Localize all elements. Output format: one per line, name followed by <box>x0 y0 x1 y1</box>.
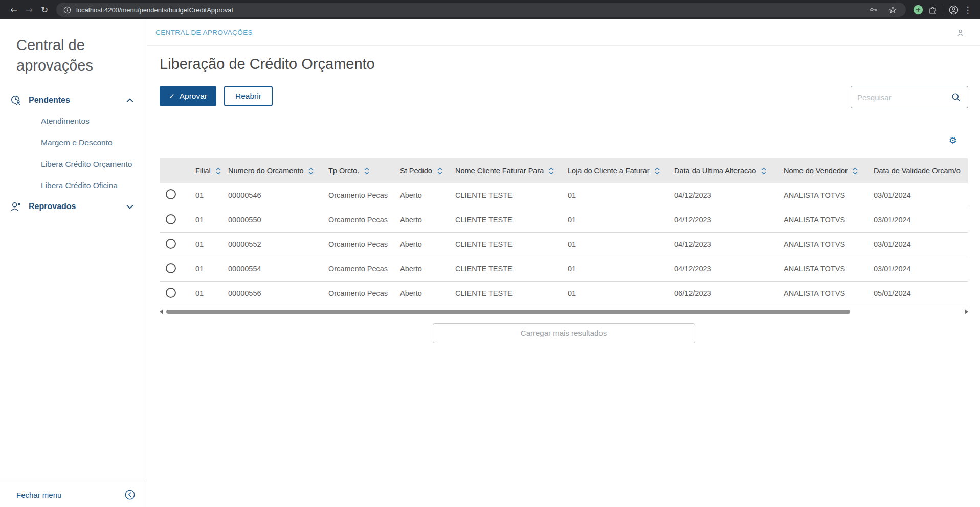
sidebar-subitem-libera-credito-orcamento[interactable]: Libera Crédito Orçamento <box>0 153 147 175</box>
back-icon[interactable]: ← <box>6 5 21 15</box>
sort-icon[interactable] <box>308 167 314 175</box>
scrollbar-thumb[interactable] <box>166 310 850 314</box>
column-header[interactable]: Loja do Cliente a Faturar <box>562 158 668 183</box>
forward-icon[interactable]: → <box>21 5 37 15</box>
table-cell: ANALISTA TOTVS <box>777 257 867 281</box>
table-cell: CLIENTE TESTE <box>449 208 562 232</box>
table-cell: 01 <box>562 183 668 208</box>
table-cell: ANALISTA TOTVS <box>777 281 867 306</box>
table-cell: 00000556 <box>222 281 322 306</box>
sidebar-subitem-libera-credito-oficina[interactable]: Libera Crédito Oficina <box>0 175 147 196</box>
table-cell: ANALISTA TOTVS <box>777 208 867 232</box>
sort-icon[interactable] <box>761 167 766 175</box>
browser-menu-icon[interactable]: ⋮ <box>961 3 975 17</box>
table-row[interactable]: 0100000556Orcamento PecasAbertoCLIENTE T… <box>160 281 968 306</box>
scroll-right-icon[interactable] <box>965 309 968 314</box>
new-extension-plus-icon[interactable] <box>911 3 925 17</box>
table-cell: 04/12/2023 <box>668 232 777 257</box>
sidebar-item-reprovados[interactable]: Reprovados <box>0 196 147 217</box>
scroll-left-icon[interactable] <box>160 309 163 314</box>
column-header[interactable]: Tp Orcto. <box>322 158 394 183</box>
table-cell: Aberto <box>394 183 449 208</box>
table-row[interactable]: 0100000552Orcamento PecasAbertoCLIENTE T… <box>160 232 968 257</box>
sort-icon[interactable] <box>853 167 858 175</box>
password-key-icon[interactable] <box>866 3 881 17</box>
page-title: Liberação de Crédito Orçamento <box>160 54 968 74</box>
chevron-left-circle-icon <box>124 489 136 500</box>
main-header: CENTRAL DE APROVAÇÕES <box>147 19 980 46</box>
table-cell: 03/01/2024 <box>867 257 968 281</box>
column-header-label: Numero do Orcamento <box>228 167 303 175</box>
user-icon[interactable] <box>956 28 965 37</box>
reopen-button[interactable]: Reabrir <box>224 86 273 106</box>
search-box <box>851 86 968 108</box>
load-more-button[interactable]: Carregar mais resultados <box>433 323 695 343</box>
sidebar-subitem-atendimentos[interactable]: Atendimentos <box>0 110 147 132</box>
column-header[interactable]: Filial <box>189 158 222 183</box>
column-header-label: St Pedido <box>400 167 432 175</box>
table-cell: 04/12/2023 <box>668 183 777 208</box>
gear-icon[interactable]: ⚙ <box>949 136 957 145</box>
search-input[interactable] <box>857 93 951 102</box>
column-header[interactable]: Data de Validade Orcam/o <box>867 158 968 183</box>
table-cell: Orcamento Pecas <box>322 257 394 281</box>
collapse-menu-label: Fechar menu <box>16 491 61 499</box>
approve-button-label: Aprovar <box>180 91 207 101</box>
column-header[interactable]: Nome do Vendedor <box>777 158 867 183</box>
bookmark-star-icon[interactable] <box>885 3 900 17</box>
sort-icon[interactable] <box>549 167 554 175</box>
search-icon[interactable] <box>951 92 962 103</box>
column-header[interactable]: Numero do Orcamento <box>222 158 322 183</box>
table-row[interactable]: 0100000546Orcamento PecasAbertoCLIENTE T… <box>160 183 968 208</box>
row-select-radio[interactable] <box>166 239 176 249</box>
table-cell: 00000552 <box>222 232 322 257</box>
address-bar[interactable]: localhost:4200/menu/pendents/budgetCredi… <box>56 3 906 17</box>
sidebar-title: Central de aprovações <box>0 19 147 79</box>
reload-icon[interactable]: ↻ <box>37 5 52 15</box>
sidebar: Central de aprovações Pendentes <box>0 19 147 507</box>
table-row[interactable]: 0100000550Orcamento PecasAbertoCLIENTE T… <box>160 208 968 232</box>
column-header[interactable]: St Pedido <box>394 158 449 183</box>
table-header-row: FilialNumero do OrcamentoTp Orcto.St Ped… <box>160 158 968 183</box>
sidebar-item-label: Reprovados <box>29 202 76 211</box>
column-header[interactable]: Nome Cliente Faturar Para <box>449 158 562 183</box>
sort-icon[interactable] <box>655 167 660 175</box>
row-select-radio[interactable] <box>166 288 176 298</box>
sidebar-item-pendentes[interactable]: Pendentes <box>0 90 147 110</box>
sort-icon[interactable] <box>216 167 221 175</box>
site-info-icon[interactable] <box>62 3 72 17</box>
column-header-label: Nome Cliente Faturar Para <box>455 167 544 175</box>
table-cell: 01 <box>189 208 222 232</box>
main-area: CENTRAL DE APROVAÇÕES Liberação de Crédi… <box>147 19 980 507</box>
url-text[interactable]: localhost:4200/menu/pendents/budgetCredi… <box>76 6 862 14</box>
table-cell: 00000554 <box>222 257 322 281</box>
table-row[interactable]: 0100000554Orcamento PecasAbertoCLIENTE T… <box>160 257 968 281</box>
row-select-radio[interactable] <box>166 189 176 199</box>
profile-avatar-icon[interactable] <box>946 3 961 17</box>
actions-row: ✓ Aprovar Reabrir <box>160 86 968 108</box>
table-cell: 05/01/2024 <box>867 281 968 306</box>
collapse-menu-button[interactable]: Fechar menu <box>0 482 147 507</box>
table-cell: Aberto <box>394 208 449 232</box>
row-select-radio[interactable] <box>166 214 176 224</box>
table-cell: CLIENTE TESTE <box>449 257 562 281</box>
sidebar-subitem-margem-e-desconto[interactable]: Margem e Desconto <box>0 132 147 153</box>
table-cell: 01 <box>189 257 222 281</box>
table-cell: CLIENTE TESTE <box>449 183 562 208</box>
table-cell: 01 <box>562 281 668 306</box>
sort-icon[interactable] <box>437 167 442 175</box>
horizontal-scrollbar <box>160 309 968 315</box>
approve-button[interactable]: ✓ Aprovar <box>160 86 216 106</box>
table-cell: 01 <box>562 257 668 281</box>
sort-icon[interactable] <box>364 167 369 175</box>
results-table: FilialNumero do OrcamentoTp Orcto.St Ped… <box>160 158 968 306</box>
table-cell: CLIENTE TESTE <box>449 232 562 257</box>
column-header[interactable]: Data da Ultima Alteracao <box>668 158 777 183</box>
toolbar-divider <box>943 5 943 14</box>
breadcrumb[interactable]: CENTRAL DE APROVAÇÕES <box>155 29 253 36</box>
table-cell: 01 <box>189 183 222 208</box>
row-select-radio[interactable] <box>166 263 176 273</box>
sidebar-item-label: Pendentes <box>29 96 70 105</box>
table-cell: Orcamento Pecas <box>322 232 394 257</box>
extensions-puzzle-icon[interactable] <box>925 3 940 17</box>
